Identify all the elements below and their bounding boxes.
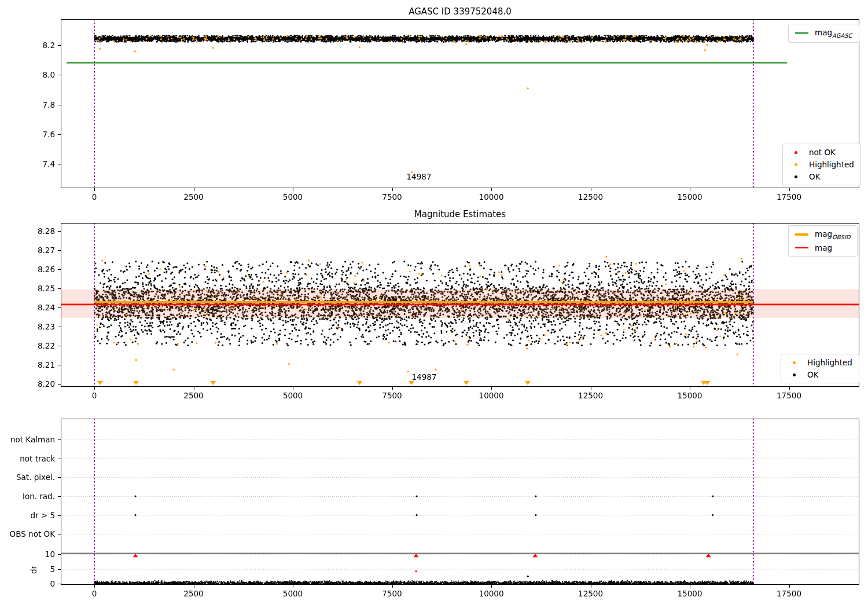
ax1-ytick-label: 8.2 [0, 41, 55, 50]
ax1-marker-legend-dot-swatch [789, 163, 803, 166]
ax3-xtick-label: 7500 [382, 589, 402, 598]
ax1-line-legend-line-swatch [795, 32, 808, 34]
ax3-xtick-label: 2500 [183, 589, 203, 598]
ax3-category-label: Sat. pixel. [0, 473, 55, 482]
ax3-xtick-label: 10000 [479, 589, 504, 598]
ax1-marker-legend-dot-swatch [789, 175, 803, 178]
ax1-xtick-label: 15000 [678, 192, 703, 202]
ax1-marker-legend: not OKHighlightedOK [782, 144, 861, 185]
ax1-xtick-label: 10000 [479, 192, 504, 202]
ax3-category-label: not Kalman [0, 435, 55, 444]
ax2-line-legend-label: mag [815, 243, 832, 252]
ax2-marker-legend-dot-swatch [788, 361, 801, 364]
ax2-marker-legend-label: Highlighted [807, 358, 852, 367]
ax2-xtick-label: 15000 [678, 391, 703, 400]
ax3-category-label: Ion. rad. [0, 492, 55, 501]
ax2-ytick-label: 8.20 [0, 379, 55, 389]
ax2-line-legend-item: magOBSID [795, 229, 851, 240]
ax3-drtick-label: 5 [0, 565, 55, 574]
ax3-xtick-label: 17500 [777, 589, 801, 598]
ax3-xtick-label: 0 [92, 589, 97, 598]
ax1-line-legend-item: magAGASC [795, 28, 852, 39]
ax2-marker-legend-item: OK [788, 370, 852, 379]
ax3-category-label: not track [0, 454, 55, 463]
ax2-ytick-label: 8.24 [0, 303, 55, 312]
ax2-line-legend-item: mag [795, 243, 851, 252]
ax2-line-legend-line-swatch [795, 233, 808, 236]
ax2-title: Magnitude Estimates [414, 209, 506, 219]
ax1-line-legend: magAGASC [788, 24, 859, 43]
ax2-xtick-label: 12500 [578, 391, 603, 400]
ax1-ytick-label: 7.8 [0, 100, 55, 109]
ax2-ytick-label: 8.25 [0, 284, 55, 293]
ax3-category-label: OBS not OK [0, 529, 55, 539]
ax1-marker-legend-label: not OK [809, 148, 836, 157]
ax1-xtick-label: 12500 [578, 192, 603, 202]
ax2-ytick-label: 8.28 [0, 226, 55, 236]
ax2-line-legend-line-swatch [795, 247, 808, 248]
ax3-drtick-label: 10 [0, 550, 55, 559]
ax2-ytick-label: 8.21 [0, 360, 55, 369]
ax2-annotation-obsid: 14987 [412, 372, 437, 382]
figure: AGASC ID 339752048.0 Magnitude Estimates… [0, 0, 868, 608]
ax2-ytick-label: 8.27 [0, 246, 55, 255]
ax1-marker-legend-label: OK [809, 172, 820, 181]
ax1-ytick-label: 7.4 [0, 159, 55, 169]
ax2-marker-legend-dot-swatch [788, 373, 801, 376]
ax3-xtick-label: 15000 [678, 589, 703, 598]
plots-canvas [0, 0, 868, 608]
ax3-category-label: dr > 5 [0, 511, 55, 520]
ax2-marker-legend-item: Highlighted [788, 358, 852, 367]
ax3-drtick-label: 0 [0, 579, 55, 588]
ax2-xtick-label: 0 [92, 391, 97, 400]
ax1-marker-legend-dot-swatch [789, 151, 803, 154]
ax1-ytick-label: 7.6 [0, 130, 55, 139]
ax1-line-legend-label: magAGASC [815, 28, 852, 39]
ax1-xtick-label: 17500 [777, 192, 801, 202]
ax1-marker-legend-item: Highlighted [789, 160, 854, 169]
ax1-marker-legend-item: not OK [789, 148, 854, 157]
ax1-marker-legend-item: OK [789, 172, 854, 181]
ax1-xtick-label: 7500 [382, 192, 402, 202]
ax2-ytick-label: 8.26 [0, 265, 55, 274]
ax3-xtick-label: 5000 [283, 589, 303, 598]
ax2-marker-legend-label: OK [807, 370, 818, 379]
ax2-ytick-label: 8.22 [0, 341, 55, 350]
ax1-annotation-obsid: 14987 [407, 172, 432, 181]
ax2-xtick-label: 7500 [382, 391, 402, 400]
ax1-title: AGASC ID 339752048.0 [409, 6, 512, 17]
ax1-xtick-label: 5000 [283, 192, 303, 202]
ax2-line-legend-label: magOBSID [815, 229, 851, 240]
ax1-xtick-label: 0 [92, 192, 97, 202]
ax2-xtick-label: 5000 [283, 391, 303, 400]
ax2-xtick-label: 17500 [777, 391, 801, 400]
ax3-xtick-label: 12500 [578, 589, 603, 598]
ax1-xtick-label: 2500 [183, 192, 203, 202]
ax2-line-legend: magOBSIDmag [788, 225, 858, 257]
ax2-ytick-label: 8.23 [0, 322, 55, 331]
ax2-xtick-label: 2500 [183, 391, 203, 400]
ax2-marker-legend: HighlightedOK [781, 354, 859, 383]
ax1-ytick-label: 8.0 [0, 70, 55, 79]
ax2-xtick-label: 10000 [479, 391, 504, 400]
ax1-marker-legend-label: Highlighted [809, 160, 854, 169]
